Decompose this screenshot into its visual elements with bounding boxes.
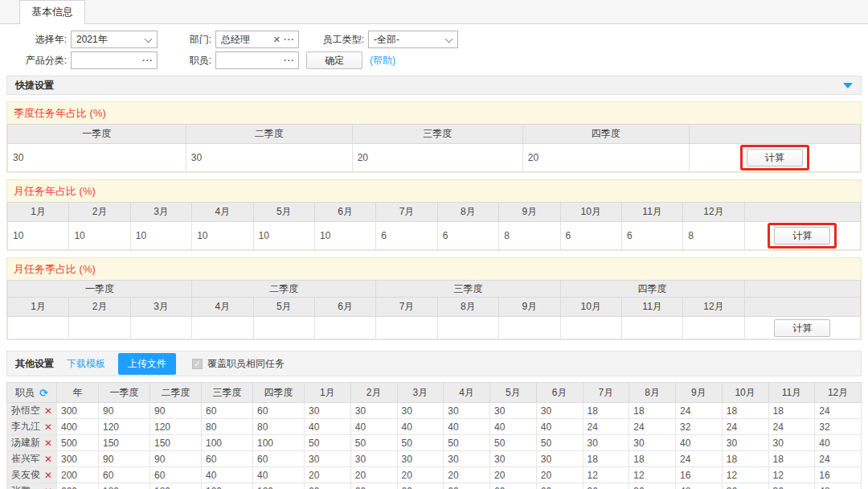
mq-month-value-cell[interactable]	[376, 317, 437, 339]
clear-icon[interactable]: ✕	[273, 35, 280, 45]
quarter-calc-button[interactable]: 计算	[747, 149, 803, 166]
quarter-value-cell[interactable]: 30	[8, 144, 186, 172]
staff-value-cell: 90	[150, 403, 202, 419]
month-value-cell[interactable]: 10	[69, 222, 130, 250]
staff-name-cell: 崔兴军✕	[7, 451, 57, 467]
staff-value-cell: 30	[490, 451, 537, 467]
delete-icon[interactable]: ✕	[44, 486, 52, 489]
mq-month-value-cell[interactable]	[69, 317, 130, 339]
mq-month-header-cell: 2月	[69, 298, 130, 317]
mq-month-value-cell[interactable]	[130, 317, 191, 339]
other-settings-title: 其他设置	[15, 357, 54, 371]
staff-value-cell: 50	[305, 435, 351, 451]
help-link[interactable]: (帮助)	[370, 54, 395, 68]
quarter-value-cell[interactable]: 20	[522, 144, 689, 172]
staff-field[interactable]: ···	[215, 51, 299, 69]
refresh-icon[interactable]: ⟳	[39, 387, 48, 399]
mq-month-value-cell[interactable]	[499, 317, 560, 339]
quarter-value-cell[interactable]: 30	[186, 144, 352, 172]
month-quarter-calc-button[interactable]: 计算	[774, 319, 830, 337]
department-field[interactable]: 总经理 ✕ ···	[215, 31, 299, 48]
month-value-cell[interactable]: 10	[192, 222, 253, 250]
year-select[interactable]: 2021年	[71, 31, 158, 48]
lookup-icon[interactable]: ···	[142, 55, 154, 65]
mq-month-value-cell[interactable]	[683, 317, 744, 339]
lookup-icon[interactable]: ···	[284, 55, 295, 65]
staff-value-cell: 12	[722, 467, 768, 483]
lookup-icon[interactable]: ···	[284, 35, 295, 44]
staff-value-cell: 90	[99, 403, 150, 419]
staff-value-cell: 18	[583, 403, 629, 419]
month-task-value-row: 101010101010668668 计算	[8, 222, 861, 250]
staff-name-wrap: 孙悟空✕	[11, 404, 52, 417]
staff-value-cell: 50	[444, 435, 490, 451]
confirm-button[interactable]: 确定	[306, 51, 362, 69]
month-value-cell[interactable]: 10	[314, 222, 375, 250]
mq-month-header-cell: 3月	[130, 298, 191, 317]
month-header-cell: 6月	[314, 203, 375, 222]
mq-month-value-cell[interactable]	[314, 317, 375, 339]
delete-icon[interactable]: ✕	[44, 438, 52, 449]
month-task-table: 1月2月3月4月5月6月7月8月9月10月11月12月 101010101010…	[7, 202, 861, 250]
staff-value-cell: 30	[490, 403, 537, 419]
month-value-cell[interactable]: 6	[560, 222, 621, 250]
mq-month-value-cell[interactable]	[253, 317, 314, 339]
staff-name-cell: 吴友俊✕	[7, 467, 57, 483]
delete-icon[interactable]: ✕	[44, 421, 52, 433]
month-header-cell: 2月	[69, 203, 130, 222]
month-calc-cell: 计算	[744, 222, 860, 250]
staff-value-cell: 400	[57, 419, 99, 435]
year-select-value: 2021年	[76, 33, 108, 47]
month-value-cell[interactable]: 10	[8, 222, 69, 250]
annotation-box: 计算	[740, 145, 809, 171]
table-row: 吴友俊✕20060604040202020202020121216121216	[7, 467, 862, 483]
month-value-cell[interactable]: 6	[621, 222, 682, 250]
quarter-value-cell[interactable]: 20	[352, 144, 522, 172]
tab-basic-info[interactable]: 基本信息	[19, 0, 85, 24]
delete-icon[interactable]: ✕	[44, 454, 52, 465]
product-category-field[interactable]: ···	[71, 51, 158, 69]
staff-header-first: 职员⟳	[7, 386, 56, 400]
employee-type-select[interactable]: -全部-	[368, 31, 458, 48]
staff-value-cell: 40	[676, 435, 723, 451]
year-label: 选择年:	[6, 33, 71, 47]
staff-value-cell: 120	[150, 419, 202, 435]
mq-month-header-cell: 12月	[683, 298, 744, 317]
download-template-link[interactable]: 下载模板	[67, 357, 105, 371]
month-value-cell[interactable]: 6	[376, 222, 437, 250]
staff-value-cell: 150	[150, 435, 202, 451]
staff-col-header: 1月	[305, 383, 351, 403]
month-task-title: 月任务年占比 (%)	[7, 180, 861, 202]
delete-icon[interactable]: ✕	[44, 470, 52, 481]
staff-col-header: 3月	[397, 383, 444, 403]
month-value-cell[interactable]: 10	[253, 222, 314, 250]
collapse-icon[interactable]	[843, 83, 853, 88]
mq-month-value-cell[interactable]	[192, 317, 253, 339]
staff-value-cell: 30	[350, 451, 397, 467]
staff-col-header: 10月	[722, 383, 768, 403]
staff-value-cell: 18	[768, 451, 815, 467]
staff-value-cell: 40	[444, 419, 490, 435]
month-calc-button[interactable]: 计算	[774, 227, 830, 244]
mq-month-value-cell[interactable]	[8, 317, 69, 339]
staff-value-cell: 120	[99, 419, 150, 435]
staff-col-header: 职员⟳	[7, 383, 57, 403]
staff-value-cell: 60	[397, 483, 444, 489]
quick-settings-bar: 快捷设置	[6, 76, 862, 95]
mq-month-value-cell[interactable]	[437, 317, 498, 339]
staff-value-cell: 30	[583, 435, 629, 451]
overwrite-checkbox[interactable]: ✓	[192, 359, 203, 369]
month-value-cell[interactable]: 8	[499, 222, 560, 250]
mq-month-value-cell[interactable]	[560, 317, 621, 339]
month-value-cell[interactable]: 6	[437, 222, 498, 250]
month-header-cell: 8月	[437, 203, 498, 222]
mq-month-value-cell[interactable]	[621, 317, 682, 339]
delete-icon[interactable]: ✕	[44, 405, 52, 417]
upload-file-button[interactable]: 上传文件	[118, 353, 176, 375]
staff-value-cell: 24	[676, 403, 723, 419]
staff-value-cell: 30	[536, 403, 583, 419]
staff-col-header: 6月	[536, 383, 583, 403]
month-value-cell[interactable]: 10	[130, 222, 191, 250]
month-value-cell[interactable]: 8	[683, 222, 744, 250]
staff-col-header: 7月	[583, 383, 629, 403]
